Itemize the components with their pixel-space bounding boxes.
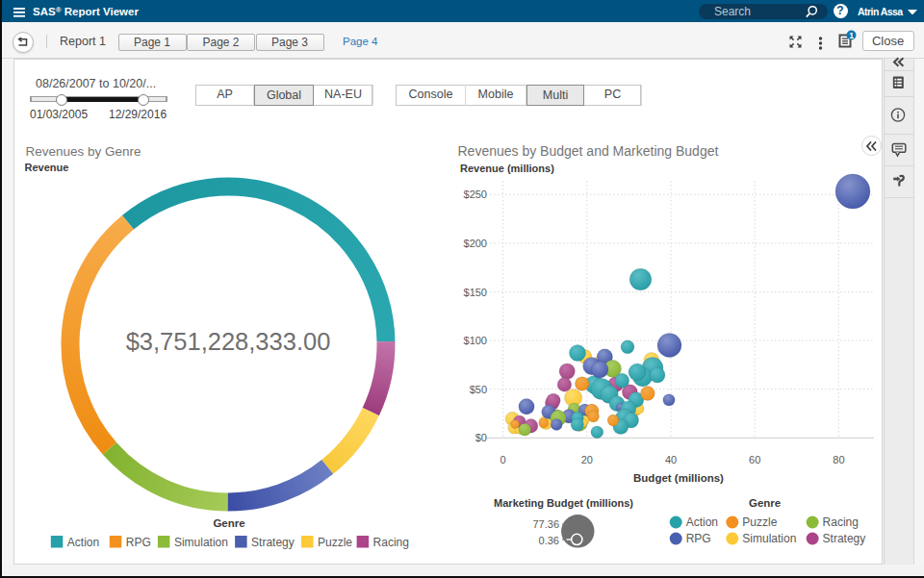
svg-text:40: 40 bbox=[665, 454, 677, 465]
svg-text:Marketing Budget (millions): Marketing Budget (millions) bbox=[494, 497, 633, 509]
svg-text:Revenues by Budget and Marketi: Revenues by Budget and Marketing Budget bbox=[458, 143, 719, 159]
svg-text:1: 1 bbox=[849, 31, 854, 40]
svg-text:Genre: Genre bbox=[213, 517, 244, 529]
svg-text:Racing: Racing bbox=[823, 515, 859, 529]
svg-text:Strategy: Strategy bbox=[251, 536, 295, 549]
svg-text:77.36: 77.36 bbox=[532, 518, 559, 530]
svg-text:Genre: Genre bbox=[749, 497, 781, 509]
svg-text:Puzzle: Puzzle bbox=[742, 515, 777, 529]
svg-text:Revenue: Revenue bbox=[25, 162, 69, 173]
svg-text:80: 80 bbox=[833, 454, 844, 465]
svg-text:Action: Action bbox=[67, 536, 99, 549]
svg-text:Action: Action bbox=[686, 515, 718, 529]
svg-text:Racing: Racing bbox=[373, 536, 409, 549]
svg-text:0.36: 0.36 bbox=[539, 535, 559, 546]
svg-text:Puzzle: Puzzle bbox=[318, 536, 352, 549]
svg-text:$0: $0 bbox=[475, 432, 487, 443]
svg-text:$150: $150 bbox=[464, 287, 487, 298]
svg-text:Revenue (millions): Revenue (millions) bbox=[460, 163, 554, 174]
svg-text:20: 20 bbox=[581, 454, 593, 465]
svg-text:RPG: RPG bbox=[686, 532, 711, 545]
svg-text:60: 60 bbox=[749, 454, 760, 465]
svg-text:Budget (millions): Budget (millions) bbox=[633, 472, 724, 484]
svg-text:RPG: RPG bbox=[126, 536, 151, 549]
svg-text:Simulation: Simulation bbox=[174, 536, 228, 549]
svg-text:$250: $250 bbox=[464, 188, 487, 200]
svg-text:Simulation: Simulation bbox=[742, 532, 796, 545]
svg-text:$100: $100 bbox=[464, 335, 487, 346]
svg-text:$200: $200 bbox=[464, 238, 487, 249]
svg-text:0: 0 bbox=[500, 454, 505, 465]
svg-text:$3,751,228,333.00: $3,751,228,333.00 bbox=[126, 328, 331, 355]
svg-text:$50: $50 bbox=[470, 384, 487, 395]
svg-text:Revenues by Genre: Revenues by Genre bbox=[26, 144, 141, 159]
svg-text:Strategy: Strategy bbox=[823, 532, 866, 545]
